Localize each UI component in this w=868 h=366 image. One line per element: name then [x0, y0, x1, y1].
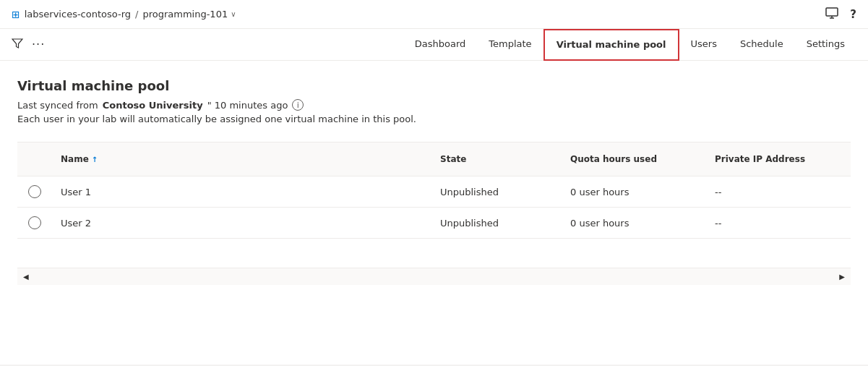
page-title: Virtual machine pool	[17, 78, 851, 93]
horizontal-scrollbar: ◀ ▶	[17, 268, 851, 285]
tab-users[interactable]: Users	[679, 29, 729, 61]
header-state[interactable]: State	[431, 148, 562, 170]
tab-virtual-machine-pool[interactable]: Virtual machine pool	[543, 29, 679, 61]
nav-tabs: Dashboard Template Virtual machine pool …	[403, 29, 856, 60]
nav-bar: ··· Dashboard Template Virtual machine p…	[0, 29, 868, 61]
table-row: User 1 Unpublished 0 user hours --	[17, 176, 851, 208]
row1-state: Unpublished	[431, 178, 562, 206]
resource-group-link[interactable]: labservices-contoso-rg	[25, 9, 131, 20]
top-bar-right: ?	[825, 7, 856, 22]
tab-template[interactable]: Template	[477, 29, 543, 61]
header-select	[17, 148, 52, 170]
info-icon[interactable]: i	[292, 99, 304, 111]
row1-quota-hours: 0 user hours	[562, 178, 706, 206]
sync-suffix: " 10 minutes ago	[207, 100, 288, 111]
row2-quota-hours: 0 user hours	[562, 209, 706, 237]
table-header: Name ↑ State Quota hours used Private IP…	[17, 142, 851, 176]
header-quota-hours[interactable]: Quota hours used	[562, 148, 706, 170]
sync-info: Last synced from Contoso University" 10 …	[17, 99, 851, 111]
top-bar: ⊞ labservices-contoso-rg / programming-1…	[0, 0, 868, 29]
row1-private-ip: --	[706, 178, 851, 206]
resource-icon: ⊞	[12, 9, 20, 20]
main-content: Virtual machine pool Last synced from Co…	[0, 61, 868, 365]
row2-name: User 2	[52, 209, 431, 237]
header-private-ip[interactable]: Private IP Address	[706, 148, 851, 170]
row1-select-cell[interactable]	[17, 176, 52, 207]
scroll-right-arrow[interactable]: ▶	[839, 273, 845, 281]
breadcrumb: ⊞ labservices-contoso-rg / programming-1…	[12, 9, 236, 20]
nav-left: ···	[12, 38, 45, 51]
svg-rect-0	[826, 8, 838, 16]
header-name[interactable]: Name ↑	[52, 148, 431, 170]
sync-prefix: Last synced from	[17, 100, 98, 111]
tab-settings[interactable]: Settings	[795, 29, 856, 61]
row1-name: User 1	[52, 178, 431, 206]
scroll-left-arrow[interactable]: ◀	[23, 273, 29, 281]
row2-radio[interactable]	[28, 216, 41, 229]
more-options-icon[interactable]: ···	[32, 38, 45, 51]
breadcrumb-separator: /	[135, 9, 138, 20]
lab-name-breadcrumb[interactable]: programming-101 ∨	[142, 9, 236, 20]
filter-icon[interactable]	[12, 38, 23, 51]
row2-private-ip: --	[706, 209, 851, 237]
monitor-icon[interactable]	[825, 7, 838, 22]
tab-dashboard[interactable]: Dashboard	[403, 29, 478, 61]
chevron-down-icon: ∨	[231, 10, 236, 18]
table-row: User 2 Unpublished 0 user hours --	[17, 208, 851, 239]
table-container: Name ↑ State Quota hours used Private IP…	[17, 142, 851, 239]
tab-schedule[interactable]: Schedule	[729, 29, 795, 61]
row2-select-cell[interactable]	[17, 208, 52, 238]
sync-description: Each user in your lab will automatically…	[17, 114, 851, 124]
sort-asc-icon: ↑	[92, 156, 98, 163]
sync-university: Contoso University	[103, 100, 203, 111]
row1-radio[interactable]	[28, 185, 41, 198]
help-icon[interactable]: ?	[850, 8, 856, 21]
row2-state: Unpublished	[431, 209, 562, 237]
